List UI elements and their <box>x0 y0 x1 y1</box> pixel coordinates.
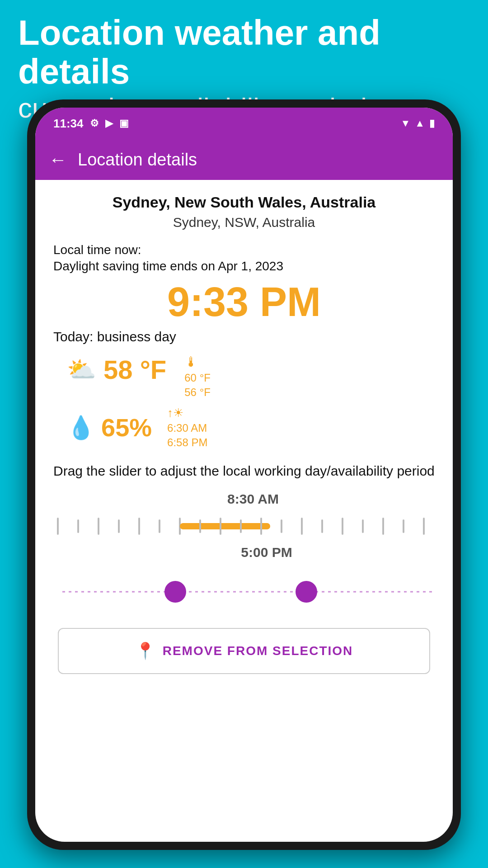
daylight-info: Daylight saving time ends on Apr 1, 2023 <box>53 259 435 274</box>
app-bar: ← Location details <box>35 139 453 180</box>
location-name-bold: Sydney, New South Wales, Australia <box>53 193 435 211</box>
range-slider-container[interactable] <box>53 574 435 610</box>
slider-end-label: 5:00 PM <box>99 545 435 560</box>
svg-point-23 <box>296 581 317 603</box>
status-bar: 11:34 ⚙ ▶ ▣ ▼ ▲ ▮ <box>35 108 453 139</box>
today-label: Today: business day <box>53 329 435 344</box>
svg-rect-7 <box>180 523 270 529</box>
sunset-time: 6:58 PM <box>167 436 207 449</box>
humidity-pct: 65% <box>101 413 152 442</box>
settings-icon: ⚙ <box>90 118 99 129</box>
slider-instructions: Drag the slider to adjust the local work… <box>53 462 435 481</box>
local-time-label: Local time now: <box>53 243 435 257</box>
remove-icon: 📍 <box>135 642 155 660</box>
svg-point-22 <box>164 581 186 603</box>
ticks-svg <box>53 515 435 538</box>
battery-icon: ▮ <box>429 118 435 129</box>
temp-high: 60 °F <box>184 372 211 384</box>
sunrise-time: 6:30 AM <box>167 422 207 434</box>
weather-main: ⛅ 58 °F <box>67 354 166 385</box>
weather-temp: 58 °F <box>103 354 166 385</box>
ticks-background <box>53 515 435 538</box>
app-bar-title: Location details <box>78 150 197 170</box>
weather-right: 🌡 60 °F 56 °F <box>184 354 211 399</box>
phone-frame: 11:34 ⚙ ▶ ▣ ▼ ▲ ▮ ← Location details Syd… <box>27 99 461 850</box>
humidity-icon: 💧 <box>67 415 95 441</box>
status-time: 11:34 <box>53 117 84 131</box>
signal-icon: ▲ <box>415 118 425 129</box>
slider-start-label: 8:30 AM <box>71 491 435 507</box>
weather-row1: ⛅ 58 °F 🌡 60 °F 56 °F <box>53 354 435 399</box>
content-area: Sydney, New South Wales, Australia Sydne… <box>35 180 453 688</box>
weather-row2: 💧 65% ↑☀ 6:30 AM 6:58 PM <box>53 406 435 449</box>
cloud-sun-icon: ⛅ <box>67 356 96 383</box>
status-right: ▼ ▲ ▮ <box>400 118 435 129</box>
sunrise-sunset: ↑☀ 6:30 AM 6:58 PM <box>167 406 207 449</box>
temp-low: 56 °F <box>184 386 211 399</box>
remove-btn-label: REMOVE FROM SELECTION <box>163 644 353 658</box>
location-name-sub: Sydney, NSW, Australia <box>53 215 435 230</box>
status-left: 11:34 ⚙ ▶ ▣ <box>53 117 129 131</box>
header-title: Location weather and details <box>18 14 470 91</box>
wifi-icon: ▼ <box>400 118 410 129</box>
play-icon: ▶ <box>105 118 113 129</box>
thermometer-icon: 🌡 <box>184 354 211 370</box>
sunrise-icon: ↑☀ <box>167 406 207 420</box>
wallet-icon: ▣ <box>119 118 129 129</box>
time-slider-area: 8:30 AM <box>53 491 435 560</box>
slider-visual <box>53 510 435 542</box>
remove-from-selection-button[interactable]: 📍 REMOVE FROM SELECTION <box>58 628 430 674</box>
range-slider-svg <box>53 574 435 610</box>
big-time: 9:33 PM <box>53 280 435 325</box>
phone-screen: 11:34 ⚙ ▶ ▣ ▼ ▲ ▮ ← Location details Syd… <box>35 108 453 842</box>
back-button[interactable]: ← <box>49 150 67 170</box>
